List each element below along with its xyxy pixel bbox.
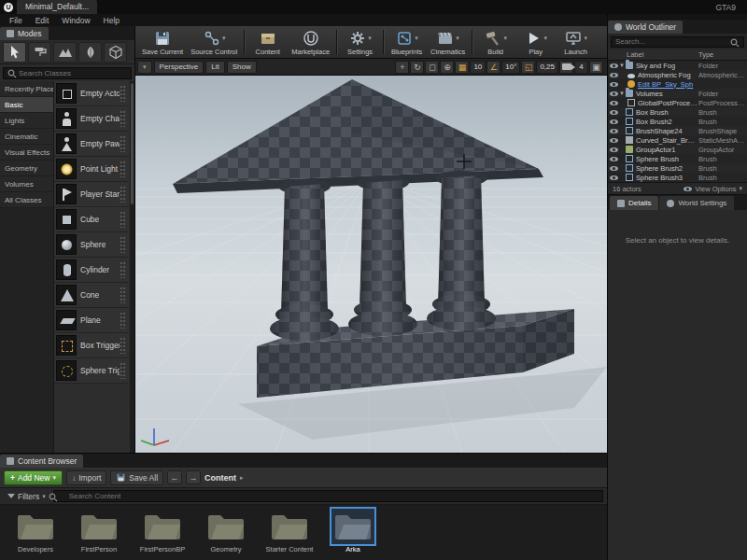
- asset-folder-developers[interactable]: Developers: [6, 509, 65, 554]
- visibility-eye-icon[interactable]: [610, 63, 618, 68]
- tab-world-settings[interactable]: World Settings: [659, 196, 734, 210]
- drag-grip[interactable]: [120, 110, 126, 127]
- drag-grip[interactable]: [120, 85, 126, 102]
- visibility-eye-icon[interactable]: [610, 91, 618, 96]
- camera-speed-button[interactable]: [559, 61, 573, 74]
- category-lights[interactable]: Lights: [0, 113, 53, 129]
- scrollbar[interactable]: [130, 81, 134, 453]
- visibility-eye-icon[interactable]: [610, 119, 618, 124]
- view-options-button[interactable]: View Options▾: [684, 185, 742, 193]
- source-control-button[interactable]: ▾Source Control: [187, 27, 241, 58]
- placeable-item-cylinder[interactable]: Cylinder: [54, 258, 129, 283]
- camera-mode-button[interactable]: Perspective: [154, 61, 204, 74]
- search-classes-input[interactable]: [3, 67, 132, 79]
- camera-speed-value[interactable]: 4: [574, 61, 588, 74]
- drag-grip[interactable]: [120, 135, 126, 152]
- drag-grip[interactable]: [120, 236, 126, 253]
- translate-tool-button[interactable]: +: [395, 61, 409, 74]
- placeable-item-player-start[interactable]: Player Start: [54, 182, 129, 207]
- drag-grip[interactable]: [120, 312, 126, 329]
- placeable-item-cube[interactable]: Cube: [54, 207, 129, 232]
- outliner-row-box-brush[interactable]: Box BrushBrush: [608, 107, 747, 117]
- outliner-row-global-post-process[interactable]: GlobalPostProcessVolumePostProcessVolu: [608, 98, 747, 107]
- category-visual-effects[interactable]: Visual Effects: [0, 145, 53, 161]
- outliner-row-box-brush2[interactable]: Box Brush2Brush: [608, 117, 747, 126]
- rotation-snap-value[interactable]: 10°: [501, 61, 520, 74]
- drag-grip[interactable]: [120, 287, 126, 303]
- grid-snap-value[interactable]: 10: [470, 61, 486, 74]
- category-all-classes[interactable]: All Classes: [0, 192, 53, 208]
- tab-content-browser[interactable]: Content Browser: [0, 455, 83, 468]
- asset-folder-geometry[interactable]: Geometry: [196, 509, 256, 554]
- scale-snap-value[interactable]: 0,25: [536, 61, 558, 74]
- grid-snap-toggle[interactable]: ▦: [455, 61, 469, 74]
- content-button[interactable]: Content: [247, 27, 288, 58]
- tab-details[interactable]: Details: [610, 196, 658, 210]
- visibility-eye-icon[interactable]: [610, 129, 618, 133]
- expand-caret-icon[interactable]: ▼: [618, 63, 626, 68]
- visibility-eye-icon[interactable]: [610, 73, 618, 77]
- placeable-item-plane[interactable]: Plane: [54, 308, 129, 333]
- menu-help[interactable]: Help: [97, 16, 126, 25]
- placeable-item-sphere-trigger[interactable]: Sphere Trigger: [54, 358, 129, 384]
- rotate-tool-button[interactable]: ↻: [410, 61, 424, 74]
- drag-grip[interactable]: [120, 161, 126, 177]
- back-button[interactable]: ←: [167, 470, 182, 484]
- cinematics-button[interactable]: ▾Cinematics: [427, 27, 469, 58]
- placeable-item-empty-actor[interactable]: Empty Actor: [54, 81, 129, 106]
- outliner-row-sphere-brush3[interactable]: Sphere Brush3Brush: [608, 173, 747, 182]
- category-volumes[interactable]: Volumes: [0, 176, 53, 192]
- paint-mode-button[interactable]: [28, 42, 51, 63]
- placeable-item-sphere[interactable]: Sphere: [54, 232, 129, 258]
- play-button[interactable]: ▾Play: [515, 27, 556, 58]
- save-current-button[interactable]: Save Current: [138, 27, 187, 58]
- drag-grip[interactable]: [120, 186, 126, 203]
- edit-blueprint-link[interactable]: Edit BP_Sky_Sph: [638, 80, 698, 89]
- scale-snap-toggle[interactable]: ◱: [521, 61, 535, 74]
- outliner-row-curved-stair[interactable]: Curved_Stair_Brush_StaticMeshStaticMeshA…: [608, 135, 747, 145]
- placeable-item-box-trigger[interactable]: Box Trigger: [54, 333, 129, 358]
- outliner-row-brushshape24[interactable]: BrushShape24BrushShape: [608, 126, 747, 135]
- asset-folder-arka[interactable]: Arka: [323, 509, 383, 554]
- rotation-snap-toggle[interactable]: ∠: [486, 61, 500, 74]
- visibility-eye-icon[interactable]: [610, 147, 618, 152]
- filters-button[interactable]: Filters▾: [4, 492, 49, 501]
- save-all-button[interactable]: Save All: [110, 470, 163, 485]
- placeable-item-empty-character[interactable]: Empty Character: [54, 106, 129, 132]
- breadcrumb[interactable]: Content▸: [204, 473, 244, 483]
- outliner-search-input[interactable]: [611, 36, 744, 48]
- show-menu-button[interactable]: Show: [227, 61, 257, 74]
- drag-grip[interactable]: [120, 337, 126, 354]
- category-basic[interactable]: Basic: [0, 97, 53, 113]
- forward-button[interactable]: →: [186, 470, 201, 484]
- asset-folder-firstpersonbp[interactable]: FirstPersonBP: [133, 509, 192, 554]
- placeable-item-empty-pawn[interactable]: Empty Pawn: [54, 132, 129, 157]
- blueprints-button[interactable]: ▾Blueprints: [387, 27, 427, 58]
- drag-grip[interactable]: [120, 211, 126, 228]
- menu-edit[interactable]: Edit: [29, 16, 56, 25]
- category-geometry[interactable]: Geometry: [0, 161, 53, 176]
- drag-grip[interactable]: [120, 362, 126, 379]
- visibility-eye-icon[interactable]: [610, 157, 618, 161]
- build-button[interactable]: ▾Build: [475, 27, 515, 58]
- menu-file[interactable]: File: [3, 16, 29, 25]
- outliner-row-atmospheric-fog[interactable]: Atmospheric FogAtmosphericFog: [608, 70, 747, 79]
- placeable-item-cone[interactable]: Cone: [54, 283, 129, 308]
- placeable-item-point-light[interactable]: Point Light: [54, 157, 129, 182]
- tab-modes[interactable]: Modes: [0, 27, 49, 40]
- outliner-row-sky-and-fog[interactable]: ▼Sky and FogFolder: [608, 61, 747, 70]
- label-column-header[interactable]: Label: [608, 50, 698, 59]
- scale-tool-button[interactable]: ◻: [425, 61, 439, 74]
- tab-world-outliner[interactable]: World Outliner: [608, 21, 683, 34]
- drag-grip[interactable]: [120, 261, 126, 278]
- settings-button[interactable]: ▾Settings: [340, 27, 380, 58]
- visibility-eye-icon[interactable]: [610, 110, 618, 115]
- viewport-options-button[interactable]: ▾: [137, 61, 152, 74]
- view-mode-button[interactable]: Lit: [205, 61, 224, 74]
- launch-button[interactable]: ▾Launch: [556, 27, 596, 58]
- geometry-mode-button[interactable]: [104, 42, 127, 63]
- outliner-row-groupactor1[interactable]: GroupActor1GroupActor: [608, 145, 747, 154]
- category-recently-placed[interactable]: Recently Placed: [0, 81, 53, 97]
- viewport-scene[interactable]: [135, 76, 607, 453]
- type-column-header[interactable]: Type: [698, 50, 747, 59]
